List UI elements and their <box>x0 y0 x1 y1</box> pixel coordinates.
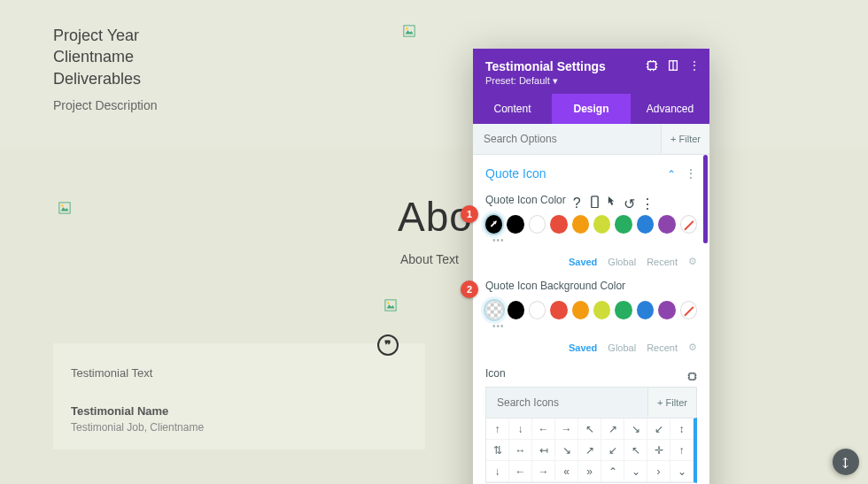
field-label-icon: Icon <box>485 367 506 380</box>
icon-option[interactable]: → <box>555 419 578 440</box>
swatch-blue[interactable] <box>637 215 654 234</box>
testimonial-module[interactable]: Testimonial Text Testimonial Name Testim… <box>53 343 425 449</box>
palette-tab-global[interactable]: Global <box>608 342 636 353</box>
swatch-green[interactable] <box>615 215 632 234</box>
tab-advanced[interactable]: Advanced <box>631 94 709 124</box>
icon-option[interactable]: ↗ <box>578 440 601 461</box>
section-more-icon[interactable]: ⋮ <box>685 166 697 181</box>
swatch-orange[interactable] <box>572 301 589 319</box>
project-year: Project Year <box>53 25 158 46</box>
svg-rect-0 <box>404 26 415 36</box>
swatch-more-icon[interactable]: ••• <box>492 321 697 331</box>
swatch-white[interactable] <box>529 301 546 319</box>
svg-rect-6 <box>385 300 396 311</box>
icon-option[interactable]: » <box>578 461 601 482</box>
swatch-none[interactable] <box>680 301 698 319</box>
swatch-none[interactable] <box>680 215 698 234</box>
swatch-purple[interactable] <box>658 215 675 234</box>
svg-marker-1 <box>406 30 414 34</box>
svg-point-5 <box>61 204 64 207</box>
swatch-red[interactable] <box>550 215 567 234</box>
field-label-quote-icon-color: Quote Icon Color <box>485 194 566 206</box>
icon-option[interactable]: ↔ <box>509 440 532 461</box>
swatch-green[interactable] <box>615 301 632 319</box>
swatch-red[interactable] <box>550 301 567 319</box>
icon-option[interactable]: ↑ <box>486 419 509 440</box>
annotation-badge-1: 1 <box>461 205 478 223</box>
project-description: Project Description <box>53 98 158 112</box>
icon-option[interactable]: ↘ <box>624 419 647 440</box>
swatch-orange[interactable] <box>572 215 589 234</box>
icon-option[interactable]: ↘ <box>555 440 578 461</box>
collapse-icon[interactable]: ⌃ <box>667 168 676 181</box>
scrollbar-thumb[interactable] <box>703 155 708 243</box>
palette-settings-icon[interactable]: ⚙ <box>688 256 697 267</box>
expand-icon[interactable] <box>646 59 658 72</box>
project-deliverables: Deliverables <box>53 68 158 89</box>
help-icon[interactable]: ? <box>573 196 583 205</box>
tab-design[interactable]: Design <box>552 94 631 124</box>
palette-tab-recent[interactable]: Recent <box>647 257 678 267</box>
snap-icon[interactable] <box>667 59 679 72</box>
dynamic-content-icon[interactable] <box>687 369 697 379</box>
icon-option[interactable]: ← <box>509 461 532 482</box>
icon-option[interactable]: ↖ <box>578 419 601 440</box>
swatch-more-icon[interactable]: ••• <box>492 235 697 245</box>
color-swatches-1 <box>485 215 697 234</box>
swatch-black[interactable] <box>507 215 523 234</box>
section-title-quote-icon[interactable]: Quote Icon <box>485 166 546 181</box>
icon-option[interactable]: ↕ <box>670 419 694 440</box>
icon-option[interactable]: ↖ <box>624 440 647 461</box>
image-placeholder-icon <box>403 25 415 37</box>
phone-icon[interactable] <box>590 196 600 205</box>
swatch-eyedropper[interactable] <box>485 215 502 234</box>
icon-option[interactable]: ↑ <box>670 440 694 461</box>
icon-option[interactable]: ⇅ <box>486 440 509 461</box>
icon-option[interactable]: → <box>532 461 555 482</box>
palette-settings-icon[interactable]: ⚙ <box>688 342 697 353</box>
more-icon[interactable]: ⋮ <box>688 59 701 72</box>
search-icons-input[interactable] <box>486 388 647 418</box>
icon-option[interactable]: ⌃ <box>601 461 624 482</box>
swatch-yellow[interactable] <box>593 215 610 234</box>
swatch-transparent[interactable] <box>485 301 503 319</box>
icon-option[interactable]: ⌄ <box>670 461 694 482</box>
palette-tab-recent[interactable]: Recent <box>647 342 678 353</box>
icon-option[interactable]: ↗ <box>601 419 624 440</box>
resize-handle[interactable]: ⤡ <box>827 443 864 480</box>
icon-option[interactable]: › <box>647 461 670 482</box>
icon-option[interactable]: « <box>555 461 578 482</box>
panel-preset[interactable]: Preset: Default ▾ <box>485 75 697 87</box>
icon-option[interactable]: ← <box>532 419 555 440</box>
swatch-yellow[interactable] <box>593 301 610 319</box>
search-options-input[interactable] <box>473 124 661 154</box>
palette-tab-saved[interactable]: Saved <box>569 257 597 267</box>
project-info: Project Year Clientname Deliverables Pro… <box>53 25 158 112</box>
icon-option[interactable]: ↙ <box>647 419 670 440</box>
tab-content[interactable]: Content <box>473 94 552 124</box>
swatch-black[interactable] <box>508 301 524 319</box>
filter-button[interactable]: + Filter <box>661 125 709 153</box>
swatch-blue[interactable] <box>637 301 654 319</box>
icon-option[interactable]: ↙ <box>601 440 624 461</box>
field-more-icon[interactable]: ⋮ <box>640 196 650 205</box>
reset-icon[interactable]: ↺ <box>624 196 633 205</box>
palette-tab-global[interactable]: Global <box>608 257 636 267</box>
swatch-purple[interactable] <box>658 301 675 319</box>
icon-option[interactable]: ↤ <box>532 440 555 461</box>
search-options-row: + Filter <box>473 124 709 155</box>
testimonial-name: Testimonial Name <box>71 404 407 418</box>
image-placeholder-icon <box>58 202 71 214</box>
palette-tab-saved[interactable]: Saved <box>569 342 597 353</box>
icon-option[interactable]: ✛ <box>647 440 670 461</box>
icon-option[interactable]: ⌄ <box>624 461 647 482</box>
icon-filter-button[interactable]: + Filter <box>647 388 696 417</box>
panel-body: Quote Icon ⌃ ⋮ Quote Icon Color ? ↺ ⋮ <box>473 155 709 484</box>
about-text: About Text <box>400 252 459 266</box>
hover-icon[interactable] <box>607 196 616 205</box>
icon-option[interactable]: ↓ <box>509 419 532 440</box>
swatch-white[interactable] <box>529 215 546 234</box>
panel-header[interactable]: Testimonial Settings Preset: Default ▾ ⋮ <box>473 49 709 94</box>
panel-tabs: Content Design Advanced <box>473 94 709 124</box>
icon-option[interactable]: ↓ <box>486 461 509 482</box>
